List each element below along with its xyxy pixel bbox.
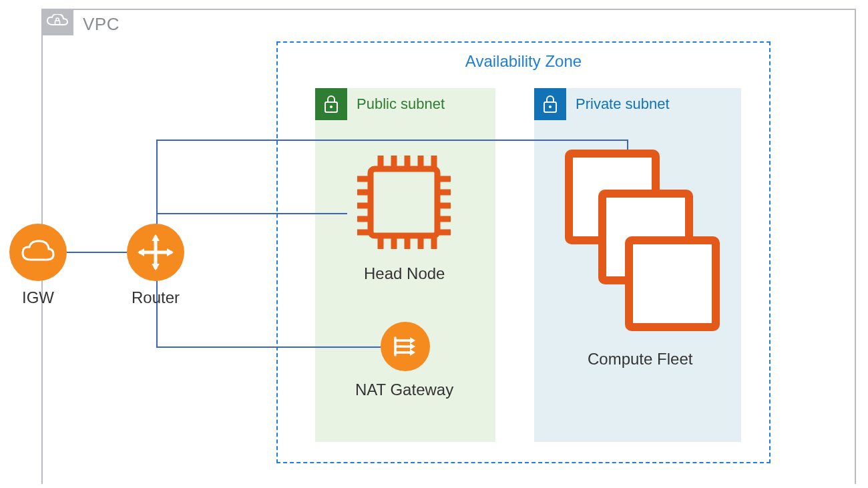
svg-point-4 (549, 105, 552, 108)
compute-fleet-label: Compute Fleet (588, 350, 692, 369)
private-subnet-label: Private subnet (576, 95, 670, 113)
igw-label: IGW (22, 288, 54, 307)
svg-rect-12 (371, 169, 437, 236)
availability-zone-label: Availability Zone (278, 52, 769, 71)
cloud-lock-icon (41, 9, 73, 35)
public-subnet-label: Public subnet (357, 95, 445, 113)
svg-rect-42 (629, 240, 716, 327)
vpc-label: VPC (83, 14, 120, 35)
router-label: Router (132, 288, 180, 307)
cloud-icon (9, 224, 67, 281)
lock-icon (534, 88, 566, 120)
processor-chip-icon (347, 146, 461, 259)
svg-marker-10 (138, 248, 144, 256)
lock-icon (315, 88, 347, 120)
router-icon (127, 224, 184, 281)
svg-marker-9 (152, 264, 160, 270)
diagram-stage: VPC Availability Zone Public subnet (0, 0, 868, 488)
svg-marker-39 (410, 349, 415, 356)
svg-marker-8 (152, 234, 160, 241)
nat-gateway-icon (381, 322, 430, 371)
svg-marker-38 (410, 343, 415, 350)
svg-point-2 (330, 105, 333, 108)
nat-gateway-label: NAT Gateway (355, 381, 453, 399)
head-node-label: Head Node (364, 264, 445, 283)
svg-marker-37 (410, 337, 415, 344)
svg-marker-11 (167, 248, 174, 256)
compute-fleet-icon (561, 146, 721, 332)
